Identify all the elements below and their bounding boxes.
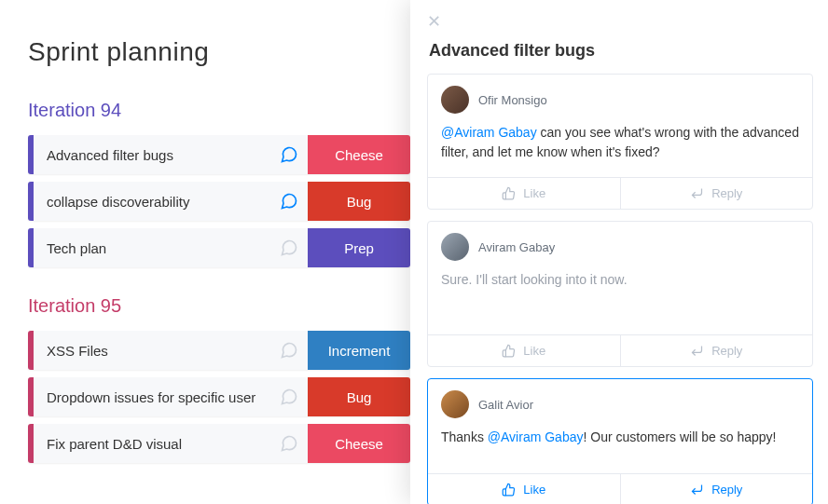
task-tag[interactable]: Bug xyxy=(308,377,410,416)
task-row[interactable]: Fix parent D&D visual Cheese xyxy=(28,424,410,463)
task-tag[interactable]: Cheese xyxy=(308,135,410,174)
task-tag[interactable]: Cheese xyxy=(308,424,410,463)
reply-icon xyxy=(690,186,704,200)
chat-icon[interactable] xyxy=(270,331,308,370)
mention[interactable]: @Aviram Gabay xyxy=(441,125,537,140)
comment: Aviram Gabay Sure. I'll start looking in… xyxy=(427,221,813,367)
chat-icon[interactable] xyxy=(270,135,308,174)
comment-actions: Like Reply xyxy=(428,177,812,209)
comment-author: Aviram Gabay xyxy=(478,240,555,254)
iteration-header-94: Iteration 94 xyxy=(28,100,410,121)
task-title: Fix parent D&D visual xyxy=(34,424,270,463)
reply-button[interactable]: Reply xyxy=(620,178,813,209)
task-title: XSS Files xyxy=(34,331,270,370)
reply-icon xyxy=(690,483,704,497)
task-row[interactable]: Dropdown issues for specific user Bug xyxy=(28,377,410,416)
reply-button[interactable]: Reply xyxy=(620,335,813,366)
chat-icon[interactable] xyxy=(270,182,308,221)
comment-author: Ofir Monsigo xyxy=(478,93,547,107)
task-row[interactable]: XSS Files Increment xyxy=(28,331,410,370)
avatar xyxy=(441,390,469,418)
comment-author: Galit Avior xyxy=(478,398,533,412)
iteration-94-rows: Advanced filter bugs Cheese collapse dis… xyxy=(28,135,410,267)
avatar xyxy=(441,86,469,114)
comment: Galit Avior Thanks @Aviram Gabay! Our cu… xyxy=(427,378,813,504)
task-tag[interactable]: Increment xyxy=(308,331,410,370)
task-row[interactable]: collapse discoverability Bug xyxy=(28,182,410,221)
close-icon[interactable]: ✕ xyxy=(427,13,444,30)
task-title: Advanced filter bugs xyxy=(34,135,270,174)
comment-actions: Like Reply xyxy=(428,473,812,504)
chat-icon[interactable] xyxy=(270,377,308,416)
task-row[interactable]: Advanced filter bugs Cheese xyxy=(28,135,410,174)
reply-button[interactable]: Reply xyxy=(620,474,813,504)
comment-text: Sure. I'll start looking into it now. xyxy=(441,270,799,290)
panel-title: Advanced filter bugs xyxy=(429,41,813,61)
mention[interactable]: @Aviram Gabay xyxy=(488,429,584,444)
page-title: Sprint planning xyxy=(28,37,410,67)
comments-panel: ✕ Advanced filter bugs Ofir Monsigo @Avi… xyxy=(410,0,828,504)
task-title: Tech plan xyxy=(34,228,270,267)
thumbs-up-icon xyxy=(502,483,516,497)
like-button[interactable]: Like xyxy=(428,474,620,504)
avatar xyxy=(441,233,469,261)
task-tag[interactable]: Bug xyxy=(308,182,410,221)
comment: Ofir Monsigo @Aviram Gabay can you see w… xyxy=(427,74,813,210)
like-button[interactable]: Like xyxy=(428,178,620,209)
iteration-95-rows: XSS Files Increment Dropdown issues for … xyxy=(28,331,410,463)
task-row[interactable]: Tech plan Prep xyxy=(28,228,410,267)
chat-icon[interactable] xyxy=(270,424,308,463)
like-button[interactable]: Like xyxy=(428,335,620,366)
chat-icon[interactable] xyxy=(270,228,308,267)
thumbs-up-icon xyxy=(502,344,516,358)
thumbs-up-icon xyxy=(502,186,516,200)
comment-text: Thanks @Aviram Gabay! Our customers will… xyxy=(441,428,799,447)
comment-text: @Aviram Gabay can you see what's wrong w… xyxy=(441,123,799,162)
task-tag[interactable]: Prep xyxy=(308,228,410,267)
task-title: collapse discoverability xyxy=(34,182,270,221)
task-title: Dropdown issues for specific user xyxy=(34,377,270,416)
iteration-header-95: Iteration 95 xyxy=(28,295,410,317)
comment-actions: Like Reply xyxy=(428,334,812,366)
reply-icon xyxy=(690,344,704,358)
